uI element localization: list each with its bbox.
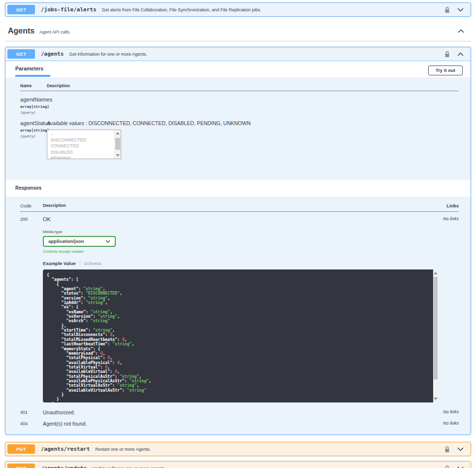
parameter-location: (query) (20, 110, 47, 115)
lock-icon[interactable] (444, 6, 450, 13)
endpoint-path: /jobs-file/alerts (41, 6, 97, 13)
response-row-200: 200 OK Media type application/json Contr… (20, 216, 459, 402)
endpoint-path: /agents/restart (41, 446, 90, 452)
column-header-name: Name (20, 83, 47, 88)
parameter-location: (query) (20, 134, 47, 138)
chevron-up-icon[interactable] (458, 29, 464, 33)
method-badge-put: PUT (7, 444, 35, 454)
chevron-up-icon[interactable] (457, 52, 464, 56)
lock-icon[interactable] (444, 465, 450, 468)
response-code: 401 (20, 409, 43, 415)
media-type-select[interactable]: application/json (43, 236, 116, 247)
response-row-401: 401 Unauthorized. No links (20, 409, 459, 415)
responses-heading: Responses (5, 180, 471, 197)
endpoint-summary-agents[interactable]: GET /agents Get information for one or m… (5, 47, 471, 61)
option-disabled[interactable]: DISABLED (47, 149, 121, 155)
codeblock-scrollbar[interactable] (433, 269, 438, 402)
scroll-up-icon[interactable] (116, 132, 120, 134)
available-values-line: Available values : DISCONNECTED, CONNECT… (47, 120, 459, 126)
option-disconnected[interactable]: DISCONNECTED (47, 137, 121, 143)
column-header-description: Description (47, 83, 459, 88)
chevron-down-icon[interactable] (457, 447, 464, 451)
response-links: No links (427, 216, 459, 402)
method-badge-put: PUT (7, 464, 35, 468)
chevron-down-icon[interactable] (457, 8, 464, 12)
lock-icon[interactable] (444, 446, 450, 453)
response-description: OK (43, 216, 427, 222)
opblock-get-agents: GET /agents Get information for one or m… (5, 47, 471, 435)
endpoint-path: /agents/update (41, 465, 87, 468)
tab-schema[interactable]: Schema (84, 261, 102, 266)
scrollbar-thumb[interactable] (434, 277, 438, 379)
example-json-container: { "agents": [ { "agent": "string", "stat… (43, 269, 438, 402)
response-description: Unauthorized. (43, 409, 427, 415)
scroll-up-icon[interactable] (434, 272, 438, 274)
option-connected[interactable]: CONNECTED (47, 143, 121, 149)
response-links: No links (427, 409, 459, 415)
response-links: No links (427, 421, 459, 427)
parameter-type: array[string] (20, 104, 47, 109)
endpoint-summary-agents-update[interactable]: PUT /agents/update Update software one o… (5, 462, 471, 468)
responses-table: Code Description Links 200 OK Media type… (5, 197, 471, 435)
listbox-scrollbar[interactable] (114, 130, 121, 159)
available-values-label: Available values (47, 120, 84, 126)
example-json-code: { "agents": [ { "agent": "string", "stat… (43, 269, 433, 402)
section-title: Agents (8, 27, 34, 35)
method-badge-get: GET (7, 49, 35, 59)
response-row-404: 404 Agent(s) not found. No links (20, 421, 459, 427)
response-code: 404 (20, 421, 43, 427)
parameter-name: agentNames (20, 97, 47, 102)
example-schema-tabs: Example Value Schema (43, 261, 427, 266)
response-description: Agent(s) not found. (43, 421, 427, 427)
tab-parameters[interactable]: Parameters (15, 66, 50, 77)
endpoint-description: Update software one or more Agents. (92, 466, 444, 468)
scrollbar-thumb[interactable] (115, 138, 120, 150)
opblock-put-agents-update: PUT /agents/update Update software one o… (5, 461, 471, 468)
endpoint-path: /agents (41, 51, 64, 57)
parameters-tab-row: Parameters Try it out (5, 61, 471, 77)
spacer (0, 456, 476, 461)
endpoint-description: Get alerts from File Collaboration, File… (102, 7, 444, 12)
endpoint-description: Restart one or more Agents. (95, 447, 444, 452)
parameters-table: Name Description agentNames array[string… (5, 77, 471, 180)
method-badge-get: GET (7, 5, 35, 14)
try-it-out-button[interactable]: Try it out (428, 66, 463, 75)
tab-divider (80, 261, 80, 266)
media-type-label: Media type (43, 230, 427, 234)
section-description: Agent API calls. (39, 30, 70, 34)
media-type-value: application/json (48, 238, 84, 244)
column-header-code: Code (20, 203, 43, 208)
parameters-table-header: Name Description (20, 83, 459, 91)
opblock-get-jobs-file-alerts: GET /jobs-file/alerts Get alerts from Fi… (5, 2, 471, 17)
parameter-row-agentstatus: agentStatus array[string] (query) Availa… (20, 120, 459, 159)
select-chevron-icon (105, 238, 110, 244)
accept-header-note: Controls Accept header. (43, 249, 427, 254)
available-values-list: : DISCONNECTED, CONNECTED, DISABLED, PEN… (86, 120, 251, 126)
scroll-down-icon[interactable] (116, 154, 120, 157)
response-code: 200 (20, 216, 43, 402)
section-header-agents[interactable]: Agents Agent API calls. (5, 21, 471, 41)
endpoint-summary-agents-restart[interactable]: PUT /agents/restart Restart one or more … (5, 442, 471, 456)
scroll-down-icon[interactable] (434, 398, 438, 400)
parameter-row-agentnames: agentNames array[string] (query) (20, 97, 459, 115)
column-header-description: Description (43, 203, 427, 208)
option-empty[interactable]: -- (47, 130, 121, 137)
column-header-links: Links (427, 203, 459, 208)
chevron-down-icon[interactable] (457, 467, 464, 468)
parameter-name: agentStatus (20, 120, 47, 126)
lock-icon[interactable] (444, 51, 450, 58)
responses-table-header: Code Description Links (20, 203, 459, 212)
opblock-put-agents-restart: PUT /agents/restart Restart one or more … (5, 442, 471, 456)
option-pending[interactable]: PENDING (47, 155, 121, 159)
parameter-type: array[string] (20, 128, 47, 133)
tab-example-value[interactable]: Example Value (43, 261, 76, 266)
agentstatus-multiselect[interactable]: -- DISCONNECTED CONNECTED DISABLED PENDI… (47, 130, 121, 159)
endpoint-description: Get information for one or more Agents. (69, 52, 444, 57)
endpoint-summary-jobs-file-alerts[interactable]: GET /jobs-file/alerts Get alerts from Fi… (5, 3, 471, 16)
